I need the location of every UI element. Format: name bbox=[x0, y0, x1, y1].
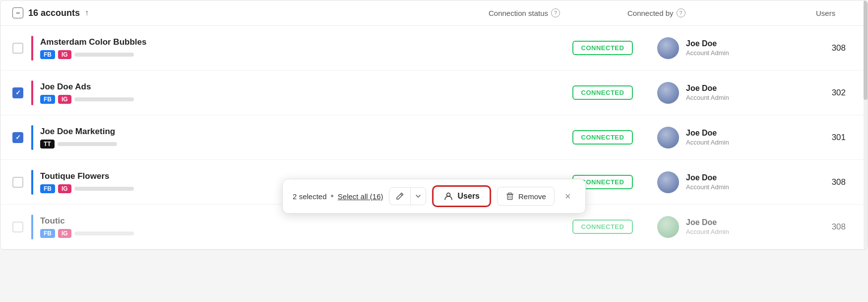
row-checkbox[interactable] bbox=[12, 177, 23, 188]
tag-ig: IG bbox=[58, 229, 71, 238]
scrollbar-track[interactable] bbox=[864, 0, 868, 249]
connected-by-cell: Joe DoeAccount Admin bbox=[657, 216, 816, 238]
collapse-button[interactable]: − bbox=[12, 7, 23, 18]
user-name: Joe Doe bbox=[686, 218, 729, 227]
tag-ig: IG bbox=[58, 50, 71, 59]
account-info: Joe Doe AdsFBIG bbox=[40, 82, 548, 104]
accent-bar bbox=[31, 80, 33, 105]
account-tags: TT bbox=[40, 140, 548, 149]
connected-by-cell: Joe DoeAccount Admin bbox=[657, 127, 816, 149]
rows-container: Amsterdam Color BubblesFBIGCONNECTEDJoe … bbox=[0, 26, 868, 249]
chevron-down-icon bbox=[416, 195, 421, 198]
connected-badge: CONNECTED bbox=[572, 41, 633, 55]
users-count: 302 bbox=[816, 88, 856, 98]
pencil-icon-area[interactable] bbox=[390, 188, 411, 205]
selected-count: 2 selected bbox=[293, 192, 326, 201]
account-count: 16 accounts bbox=[28, 8, 80, 18]
users-icon bbox=[444, 191, 454, 201]
user-name: Joe Doe bbox=[686, 173, 729, 182]
user-details: Joe DoeAccount Admin bbox=[686, 39, 729, 57]
account-name: Joe Doe Marketing bbox=[40, 127, 548, 137]
column-header-connected-by: Connected by ? bbox=[627, 8, 786, 17]
users-count: 308 bbox=[816, 43, 856, 53]
connected-badge: CONNECTED bbox=[572, 220, 633, 234]
divider-dot: • bbox=[331, 191, 334, 202]
tag-ig: IG bbox=[58, 95, 71, 104]
table-header: − 16 accounts ↑ Connection status ? Conn… bbox=[0, 0, 868, 26]
tag-fb: FB bbox=[40, 184, 55, 193]
avatar bbox=[657, 82, 679, 104]
select-all-link[interactable]: Select all (16) bbox=[338, 192, 383, 201]
accent-bar bbox=[31, 170, 33, 195]
pencil-icon bbox=[396, 192, 405, 201]
user-name: Joe Doe bbox=[686, 39, 729, 48]
avatar bbox=[657, 127, 679, 149]
connection-status-cell: CONNECTED bbox=[548, 130, 657, 145]
remove-button[interactable]: Remove bbox=[497, 187, 555, 206]
tag-extra-bar bbox=[74, 187, 134, 191]
user-details: Joe DoeAccount Admin bbox=[686, 129, 729, 146]
tag-extra-bar bbox=[74, 53, 134, 57]
users-button-label: Users bbox=[458, 192, 480, 201]
status-help-icon[interactable]: ? bbox=[551, 8, 560, 17]
tag-ig: IG bbox=[58, 184, 71, 193]
user-role: Account Admin bbox=[686, 94, 729, 101]
table-row: Joe Doe AdsFBIGCONNECTEDJoe DoeAccount A… bbox=[0, 71, 868, 115]
sort-button[interactable]: ↑ bbox=[85, 8, 89, 17]
header-columns: Connection status ? Connected by ? Users bbox=[489, 8, 856, 17]
user-role: Account Admin bbox=[686, 139, 729, 146]
avatar bbox=[657, 37, 679, 59]
row-checkbox[interactable] bbox=[12, 87, 23, 98]
connected-badge: CONNECTED bbox=[572, 85, 633, 100]
column-header-users: Users bbox=[816, 9, 856, 17]
column-header-status: Connection status ? bbox=[489, 8, 598, 17]
connection-status-cell: CONNECTED bbox=[548, 220, 657, 234]
user-role: Account Admin bbox=[686, 183, 729, 191]
connected-by-help-icon[interactable]: ? bbox=[677, 8, 685, 17]
user-details: Joe DoeAccount Admin bbox=[686, 218, 729, 235]
trash-icon bbox=[505, 192, 514, 201]
row-checkbox[interactable] bbox=[12, 132, 23, 143]
table-row: Amsterdam Color BubblesFBIGCONNECTEDJoe … bbox=[0, 26, 868, 71]
user-details: Joe DoeAccount Admin bbox=[686, 173, 729, 191]
user-name: Joe Doe bbox=[686, 84, 729, 93]
tag-fb: FB bbox=[40, 95, 55, 104]
accent-bar bbox=[31, 36, 33, 61]
connected-by-cell: Joe DoeAccount Admin bbox=[657, 37, 816, 59]
action-bar: 2 selected • Select all (16) User bbox=[282, 179, 586, 214]
user-role: Account Admin bbox=[686, 228, 729, 235]
users-count: 308 bbox=[816, 177, 856, 187]
accounts-table: − 16 accounts ↑ Connection status ? Conn… bbox=[0, 0, 868, 250]
users-button[interactable]: Users bbox=[433, 185, 491, 207]
avatar bbox=[657, 216, 679, 238]
table-row: Joe Doe MarketingTTCONNECTEDJoe DoeAccou… bbox=[0, 115, 868, 160]
connected-by-cell: Joe DoeAccount Admin bbox=[657, 171, 816, 193]
avatar bbox=[657, 171, 679, 193]
scrollbar-thumb[interactable] bbox=[864, 0, 868, 100]
account-name: Joe Doe Ads bbox=[40, 82, 548, 92]
account-tags: FBIG bbox=[40, 229, 548, 238]
tag-extra-bar bbox=[74, 231, 134, 235]
account-info: TouticFBIG bbox=[40, 216, 548, 238]
pencil-dropdown[interactable] bbox=[411, 191, 426, 202]
account-info: Joe Doe MarketingTT bbox=[40, 127, 548, 149]
selected-info: 2 selected • Select all (16) bbox=[293, 191, 383, 202]
connection-status-cell: CONNECTED bbox=[548, 85, 657, 100]
user-name: Joe Doe bbox=[686, 129, 729, 138]
edit-button[interactable] bbox=[389, 187, 427, 205]
remove-button-label: Remove bbox=[518, 192, 546, 201]
users-count: 301 bbox=[816, 133, 856, 143]
column-connected-by-label: Connected by bbox=[627, 9, 674, 17]
account-name: Toutic bbox=[40, 216, 548, 226]
tag-fb: FB bbox=[40, 50, 55, 59]
tag-fb: FB bbox=[40, 229, 55, 238]
row-checkbox[interactable] bbox=[12, 222, 23, 232]
close-action-bar-button[interactable]: × bbox=[560, 189, 575, 204]
row-checkbox[interactable] bbox=[12, 43, 23, 54]
svg-rect-2 bbox=[507, 195, 512, 200]
users-count: 308 bbox=[816, 222, 856, 232]
accent-bar bbox=[31, 215, 33, 239]
header-left: − 16 accounts ↑ bbox=[12, 7, 489, 18]
user-details: Joe DoeAccount Admin bbox=[686, 84, 729, 101]
account-tags: FBIG bbox=[40, 95, 548, 104]
